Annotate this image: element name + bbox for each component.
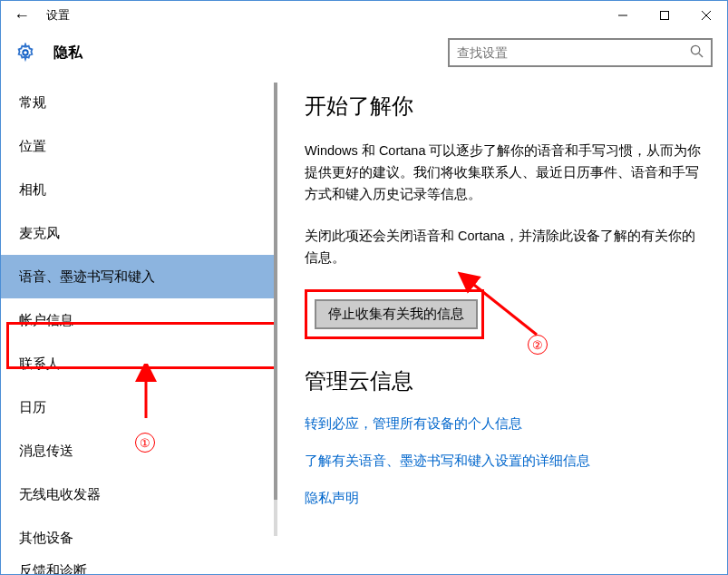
sidebar-item-feedback[interactable]: 反馈和诊断: [1, 560, 277, 575]
body: 常规 位置 相机 麦克风 语音、墨迹书写和键入 帐户信息 联系人 日历 消息传送…: [1, 73, 727, 575]
back-button[interactable]: ←: [10, 4, 34, 27]
search-box[interactable]: [448, 38, 713, 67]
sidebar-item-general[interactable]: 常规: [1, 81, 277, 124]
sidebar-item-label: 位置: [19, 138, 46, 155]
heading-manage-cloud-info: 管理云信息: [305, 366, 705, 395]
heading-get-to-know-you: 开始了解你: [305, 92, 705, 121]
sidebar-item-radios[interactable]: 无线电收发器: [1, 473, 277, 516]
sidebar-item-label: 其他设备: [19, 530, 73, 547]
maximize-icon: [659, 10, 670, 21]
description-para-2: 关闭此项还会关闭语音和 Cortana，并清除此设备了解的有关你的信息。: [305, 226, 705, 269]
link-learn-more[interactable]: 了解有关语音、墨迹书写和键入设置的详细信息: [305, 453, 705, 470]
sidebar-item-label: 反馈和诊断: [19, 562, 87, 576]
sidebar-item-speech-ink-typing[interactable]: 语音、墨迹书写和键入: [1, 255, 277, 298]
close-icon: [701, 10, 712, 21]
minimize-icon: [617, 10, 628, 21]
stop-collecting-button[interactable]: 停止收集有关我的信息: [315, 299, 478, 329]
gear-icon: [15, 43, 35, 63]
sidebar: 常规 位置 相机 麦克风 语音、墨迹书写和键入 帐户信息 联系人 日历 消息传送…: [1, 73, 277, 575]
close-button[interactable]: [685, 3, 727, 28]
arrow-left-icon: ←: [14, 6, 30, 25]
sidebar-item-calendar[interactable]: 日历: [1, 385, 277, 429]
sidebar-item-label: 麦克风: [19, 225, 60, 242]
link-bing-manage[interactable]: 转到必应，管理所有设备的个人信息: [305, 415, 705, 433]
sidebar-item-messaging[interactable]: 消息传送: [1, 429, 277, 473]
title-bar: ← 设置: [1, 1, 727, 30]
maximize-button[interactable]: [644, 3, 685, 28]
annotation-mark-2: ②: [528, 335, 548, 355]
search-icon: [690, 44, 704, 61]
sidebar-item-label: 常规: [19, 94, 46, 112]
svg-line-6: [699, 54, 703, 57]
link-privacy-statement[interactable]: 隐私声明: [305, 490, 705, 507]
sidebar-item-label: 帐户信息: [19, 312, 73, 329]
sidebar-item-label: 消息传送: [19, 443, 73, 460]
description-para-1: Windows 和 Cortana 可以逐步了解你的语音和手写习惯，从而为你提供…: [305, 141, 705, 206]
content-pane: 开始了解你 Windows 和 Cortana 可以逐步了解你的语音和手写习惯，…: [277, 73, 727, 575]
sidebar-item-account-info[interactable]: 帐户信息: [1, 298, 277, 342]
window-title: 设置: [46, 7, 70, 24]
sidebar-item-microphone[interactable]: 麦克风: [1, 211, 277, 255]
svg-point-5: [691, 45, 699, 54]
search-input[interactable]: [457, 45, 690, 60]
sidebar-item-label: 相机: [19, 181, 46, 199]
sidebar-item-label: 无线电收发器: [19, 486, 101, 503]
sidebar-item-label: 语音、墨迹书写和键入: [19, 268, 155, 286]
window-controls: [602, 3, 727, 28]
annotation-box-2: 停止收集有关我的信息: [305, 289, 484, 339]
page-title: 隐私: [53, 44, 83, 63]
sidebar-item-other-devices[interactable]: 其他设备: [1, 516, 277, 560]
header-row: 隐私: [1, 32, 727, 73]
minimize-button[interactable]: [602, 3, 644, 28]
sidebar-item-location[interactable]: 位置: [1, 124, 277, 168]
sidebar-item-label: 联系人: [19, 356, 60, 373]
sidebar-item-label: 日历: [19, 399, 46, 416]
svg-point-4: [23, 50, 28, 55]
sidebar-item-contacts[interactable]: 联系人: [1, 342, 277, 385]
sidebar-item-camera[interactable]: 相机: [1, 168, 277, 211]
svg-rect-1: [661, 12, 669, 20]
